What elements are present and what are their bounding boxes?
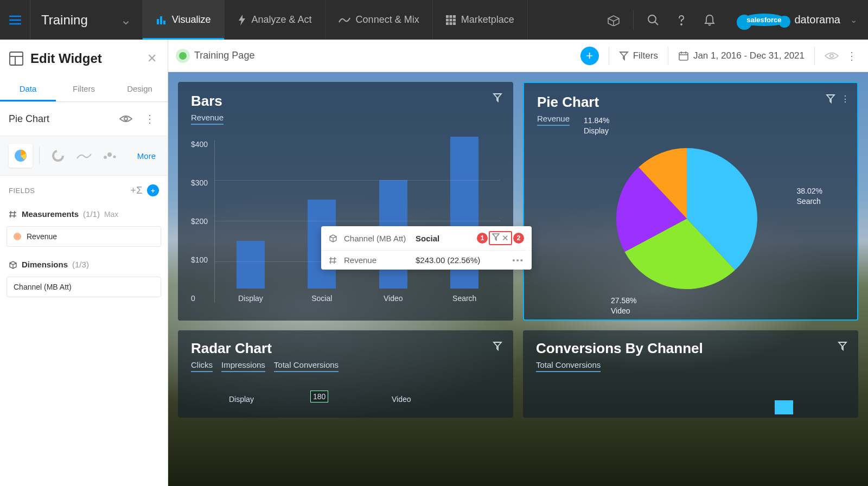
tab-design[interactable]: Design — [112, 78, 168, 101]
close-icon[interactable]: ✕ — [145, 49, 159, 68]
hash-icon — [329, 256, 337, 265]
kebab-icon[interactable]: ⋮ — [846, 49, 857, 62]
svg-rect-9 — [446, 18, 449, 21]
cube-icon — [9, 260, 17, 269]
filter-icon[interactable] — [493, 93, 502, 103]
svg-rect-14 — [453, 22, 456, 25]
field-channel[interactable]: Channel (MB Att) — [7, 277, 161, 297]
svg-point-24 — [104, 156, 107, 159]
workspace-selector[interactable]: Training ⌄ — [30, 0, 143, 40]
widget-subtitle: Revenue — [191, 113, 224, 125]
filter-icon[interactable] — [826, 94, 835, 104]
tab-label: Visualize — [172, 14, 211, 25]
color-dot — [14, 233, 21, 240]
workspace-name: Training — [41, 12, 88, 28]
svg-rect-12 — [446, 22, 449, 25]
y-axis: $400$300$200$1000 — [191, 140, 214, 303]
tooltip-actions: ✕ — [489, 231, 512, 245]
svg-rect-5 — [163, 21, 165, 24]
tab-visualize[interactable]: Visualize — [143, 0, 225, 40]
svg-point-21 — [124, 117, 127, 120]
divider — [814, 47, 815, 65]
menu-icon[interactable] — [0, 0, 30, 40]
kebab-icon[interactable]: ⋮ — [841, 94, 850, 104]
widget-pie[interactable]: Pie Chart Revenue ⋮ 11.84% Display 38.02… — [523, 82, 858, 321]
more-icon[interactable]: ••• — [512, 255, 524, 265]
dashboard-canvas: Training Page + Filters Jan 1, 2016 - De… — [168, 40, 868, 486]
measurements-header[interactable]: Measurements (1/1) Max — [7, 205, 161, 223]
daterange-button[interactable]: Jan 1, 2016 - Dec 31, 2021 — [678, 50, 805, 61]
box-icon[interactable] — [602, 8, 626, 32]
type-donut[interactable] — [46, 144, 70, 168]
widget-conversions[interactable]: Conversions By Channel Total Conversions — [523, 330, 858, 418]
tab-marketplace[interactable]: Marketplace — [433, 0, 528, 40]
tab-label: Analyze & Act — [252, 14, 312, 25]
widget-icon — [9, 51, 24, 66]
svg-point-17 — [681, 24, 682, 25]
chevron-down-icon: ⌄ — [120, 12, 131, 28]
type-pie[interactable] — [9, 144, 33, 168]
bar-stub — [775, 400, 793, 414]
svg-point-26 — [113, 156, 116, 158]
tab-filters[interactable]: Filters — [56, 78, 112, 101]
tab-analyze[interactable]: Analyze & Act — [225, 0, 326, 40]
kebab-icon[interactable]: ⋮ — [141, 110, 159, 128]
panel-tabs: Data Filters Design — [0, 78, 168, 102]
chevron-down-icon[interactable]: ⌄ — [850, 15, 857, 25]
svg-point-31 — [830, 54, 833, 57]
svg-rect-4 — [160, 16, 162, 24]
widget-title: Radar Chart — [191, 340, 500, 357]
filter-icon[interactable] — [493, 341, 502, 351]
widget-subtitle: Revenue — [537, 114, 570, 126]
calendar-icon — [678, 51, 689, 61]
dimensions-header[interactable]: Dimensions (1/3) — [7, 255, 161, 273]
hash-icon — [9, 210, 17, 219]
nav-tabs: Visualize Analyze & Act Connect & Mix Ma… — [143, 0, 528, 40]
svg-rect-13 — [449, 22, 452, 25]
tab-data[interactable]: Data — [0, 78, 56, 101]
more-link[interactable]: More — [137, 151, 159, 161]
add-field-button[interactable]: + — [147, 184, 159, 196]
label-display: 11.84% Display — [584, 116, 609, 136]
widget-radar[interactable]: Radar Chart Clicks Impressions Total Con… — [178, 330, 513, 418]
filters-button[interactable]: Filters — [619, 50, 658, 61]
bar-search[interactable]: Search — [445, 137, 483, 303]
top-nav: Training ⌄ Visualize Analyze & Act Conne… — [0, 0, 868, 40]
svg-rect-8 — [453, 15, 456, 18]
search-icon[interactable] — [641, 8, 665, 32]
add-widget-button[interactable]: + — [580, 47, 599, 65]
chart-type-title: Pie Chart — [9, 113, 111, 125]
tab-connect[interactable]: Connect & Mix — [326, 0, 433, 40]
svg-rect-27 — [679, 53, 688, 60]
field-revenue[interactable]: Revenue — [7, 226, 161, 247]
help-icon[interactable] — [669, 8, 693, 32]
svg-rect-6 — [446, 15, 449, 18]
svg-point-23 — [53, 151, 63, 161]
divider — [633, 10, 634, 30]
eye-icon[interactable] — [117, 110, 135, 128]
visibility-icon[interactable] — [825, 52, 839, 60]
cube-icon — [329, 234, 337, 242]
type-bubble[interactable] — [98, 144, 122, 168]
filter-icon[interactable] — [838, 341, 847, 351]
tab-label: Connect & Mix — [356, 14, 419, 25]
close-icon[interactable]: ✕ — [502, 233, 509, 243]
type-area[interactable] — [72, 144, 96, 168]
svg-point-25 — [107, 152, 112, 157]
label-search: 38.02% Search — [797, 186, 822, 207]
add-formula-icon[interactable]: +Σ — [130, 185, 143, 196]
svg-rect-10 — [449, 18, 452, 21]
svg-point-15 — [648, 15, 656, 23]
connect-icon — [339, 16, 350, 24]
widget-bars[interactable]: Bars Revenue $400$300$200$1000 Display S… — [178, 82, 513, 321]
svg-rect-7 — [449, 15, 452, 18]
filter-icon[interactable] — [492, 233, 500, 241]
annotation-badge-2: 2 — [513, 233, 524, 244]
panel-title: Edit Widget — [30, 51, 138, 66]
divider — [609, 47, 609, 65]
bar-display[interactable]: Display — [232, 241, 270, 303]
svg-rect-11 — [453, 18, 456, 21]
salesforce-logo: salesforce — [741, 14, 787, 26]
bell-icon[interactable] — [698, 8, 722, 32]
widget-title: Bars — [191, 93, 500, 110]
